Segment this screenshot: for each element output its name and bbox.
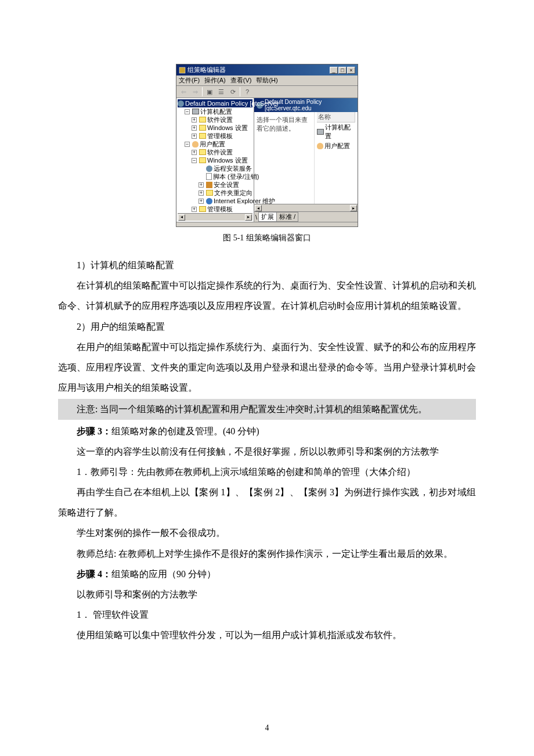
step3-text: 组策略对象的创建及管理。(40 分钟) bbox=[111, 426, 259, 436]
menu-file[interactable]: 文件(F) bbox=[179, 76, 200, 85]
user-icon bbox=[317, 143, 323, 149]
paragraph: 再由学生自己在本组机上以【案例 1】、【案例 2】、【案例 3】为例进行操作实践… bbox=[58, 482, 476, 523]
ie-icon bbox=[206, 198, 212, 204]
scroll-right-button[interactable]: ▸ bbox=[245, 214, 252, 221]
tree-root[interactable]: Default Domain Policy [qtcServer bbox=[178, 99, 252, 107]
heading-2: 2）用户的组策略配置 bbox=[58, 316, 476, 337]
tree-remote-install[interactable]: 远程安装服务 bbox=[199, 164, 252, 172]
computer-icon bbox=[192, 109, 199, 114]
collapse-icon[interactable]: − bbox=[185, 142, 190, 147]
menu-view[interactable]: 查看(V) bbox=[230, 76, 252, 85]
item-list[interactable]: 名称 计算机配置 用户配置 bbox=[315, 112, 358, 204]
menubar: 文件(F) 操作(A) 查看(V) 帮助(H) bbox=[176, 75, 358, 86]
paragraph: 以教师引导和案例的方法教学 bbox=[58, 584, 476, 604]
svg-rect-0 bbox=[179, 67, 185, 73]
paragraph: 这一章的内容学生以前没有任何接触，不是很好掌握，所以以教师引导和案例的方法教学 bbox=[58, 441, 476, 462]
minimize-button[interactable]: _ bbox=[330, 67, 338, 74]
paragraph: 在用户的组策略配置中可以指定操作系统行为、桌面行为、安全性设置、赋予的和公布的应… bbox=[58, 337, 476, 398]
tree-admin-templates[interactable]: +管理模板 bbox=[192, 205, 252, 213]
tree-root-label: Default Domain Policy [qtcServer bbox=[185, 99, 279, 107]
tree-folder-redirect[interactable]: +文件夹重定向 bbox=[199, 189, 252, 197]
menu-help[interactable]: 帮助(H) bbox=[256, 76, 277, 85]
close-button[interactable]: × bbox=[347, 67, 355, 74]
tree-computer-config[interactable]: − 计算机配置 bbox=[185, 107, 252, 116]
tree-ie-maint[interactable]: +Internet Explorer 维护 bbox=[199, 197, 252, 205]
paragraph: 1． 管理软件设置 bbox=[58, 604, 476, 625]
step4-text: 组策略的应用（90 分钟） bbox=[111, 569, 216, 579]
tree-windows-settings[interactable]: +Windows 设置 bbox=[192, 124, 252, 132]
security-icon bbox=[206, 182, 212, 188]
gpedit-window: 组策略编辑器 _ □ × 文件(F) 操作(A) 查看(V) 帮助(H) ⇐ ⇒… bbox=[176, 64, 358, 227]
back-button[interactable]: ⇐ bbox=[179, 87, 188, 96]
maximize-button[interactable]: □ bbox=[338, 67, 347, 74]
menu-action[interactable]: 操作(A) bbox=[204, 76, 226, 85]
tree-software-settings[interactable]: +软件设置 bbox=[192, 148, 252, 156]
refresh-button[interactable]: ⟳ bbox=[228, 87, 237, 96]
expand-icon[interactable]: + bbox=[192, 150, 197, 155]
app-icon bbox=[179, 67, 186, 74]
tree-admin-templates[interactable]: +管理模板 bbox=[192, 132, 252, 140]
tab-strip: \ 扩展 标准 / bbox=[254, 211, 358, 222]
statusbar bbox=[176, 222, 358, 226]
collapse-icon[interactable]: − bbox=[185, 109, 190, 114]
scroll-left-button[interactable]: ◂ bbox=[178, 214, 185, 221]
computer-icon bbox=[317, 129, 324, 135]
expand-icon[interactable]: + bbox=[199, 182, 204, 188]
column-name[interactable]: 名称 bbox=[317, 112, 355, 123]
folder-icon bbox=[199, 133, 206, 139]
tab-standard[interactable]: 标准 / bbox=[276, 212, 298, 222]
heading-1: 1）计算机的组策略配置 bbox=[58, 255, 476, 275]
notice-paragraph: 注意: 当同一个组策略的计算机配置和用户配置发生冲突时,计算机的组策略配置优先。 bbox=[58, 399, 476, 419]
paragraph: 学生对案例的操作一般不会很成功。 bbox=[58, 523, 476, 543]
tree-security[interactable]: +安全设置 bbox=[199, 181, 252, 189]
window-title: 组策略编辑器 bbox=[187, 66, 226, 74]
expand-icon[interactable]: + bbox=[199, 190, 204, 196]
properties-button[interactable]: ☰ bbox=[217, 87, 226, 96]
folder-icon bbox=[199, 206, 206, 212]
step3: 步骤 3：组策略对象的创建及管理。(40 分钟) bbox=[58, 421, 476, 441]
paragraph: 1．教师引导：先由教师在教师机上演示域组策略的创建和简单的管理（大体介绍） bbox=[58, 462, 476, 482]
horizontal-scrollbar[interactable]: ◂ ▸ bbox=[178, 213, 252, 221]
list-item-computer-config[interactable]: 计算机配置 bbox=[317, 123, 355, 141]
tree-software-settings[interactable]: +软件设置 bbox=[192, 116, 252, 124]
tree-pane[interactable]: Default Domain Policy [qtcServer − 计算机配置 bbox=[176, 98, 254, 222]
tree-user-config[interactable]: − 用户配置 bbox=[185, 140, 252, 148]
separator bbox=[240, 87, 240, 96]
expand-icon[interactable]: + bbox=[192, 125, 197, 131]
folder-icon bbox=[199, 117, 206, 123]
separator bbox=[202, 87, 203, 96]
step4-label: 步骤 4： bbox=[77, 569, 111, 579]
titlebar[interactable]: 组策略编辑器 _ □ × bbox=[176, 64, 358, 75]
policy-icon bbox=[178, 100, 184, 107]
up-button[interactable]: ▣ bbox=[205, 87, 214, 96]
service-icon bbox=[206, 165, 212, 172]
list-item-user-config[interactable]: 用户配置 bbox=[317, 141, 355, 151]
user-icon bbox=[192, 141, 199, 147]
step3-label: 步骤 3： bbox=[77, 426, 111, 436]
expand-icon[interactable]: + bbox=[192, 207, 197, 212]
step4: 步骤 4：组策略的应用（90 分钟） bbox=[58, 564, 476, 584]
folder-icon bbox=[199, 125, 206, 131]
folder-icon bbox=[199, 149, 206, 155]
expand-icon[interactable]: + bbox=[199, 199, 204, 204]
page-number: 4 bbox=[0, 723, 534, 733]
tab-extended[interactable]: 扩展 bbox=[258, 212, 277, 222]
paragraph: 使用组策略可以集中管理软件分发，可以为一组用户或计算机指派或发布软件。 bbox=[58, 625, 476, 645]
figure-caption: 图 5-1 组策略编辑器窗口 bbox=[58, 233, 476, 243]
scroll-right-button[interactable]: ▸ bbox=[350, 205, 357, 211]
paragraph: 教师总结: 在教师机上对学生操作不是很好的案例作操作演示，一定让学生看出最后的效… bbox=[58, 543, 476, 564]
expand-icon[interactable]: + bbox=[192, 134, 197, 139]
script-icon bbox=[206, 173, 212, 180]
expand-icon[interactable]: + bbox=[192, 117, 197, 123]
help-button[interactable]: ? bbox=[243, 87, 252, 96]
description-text: 选择一个项目来查看它的描述。 bbox=[254, 112, 315, 204]
folder-icon bbox=[206, 190, 213, 196]
tree-windows-settings[interactable]: −Windows 设置 bbox=[192, 156, 252, 164]
folder-icon bbox=[199, 157, 206, 163]
tree-scripts[interactable]: 脚本 (登录/注销) bbox=[199, 172, 252, 181]
collapse-icon[interactable]: − bbox=[192, 158, 197, 163]
toolbar: ⇐ ⇒ ▣ ☰ ⟳ ? bbox=[176, 86, 358, 98]
paragraph: 在计算机的组策略配置中可以指定操作系统的行为、桌面行为、安全性设置、计算机的启动… bbox=[58, 275, 476, 316]
scroll-left-button[interactable]: ◂ bbox=[255, 205, 262, 211]
forward-button[interactable]: ⇒ bbox=[190, 87, 200, 96]
